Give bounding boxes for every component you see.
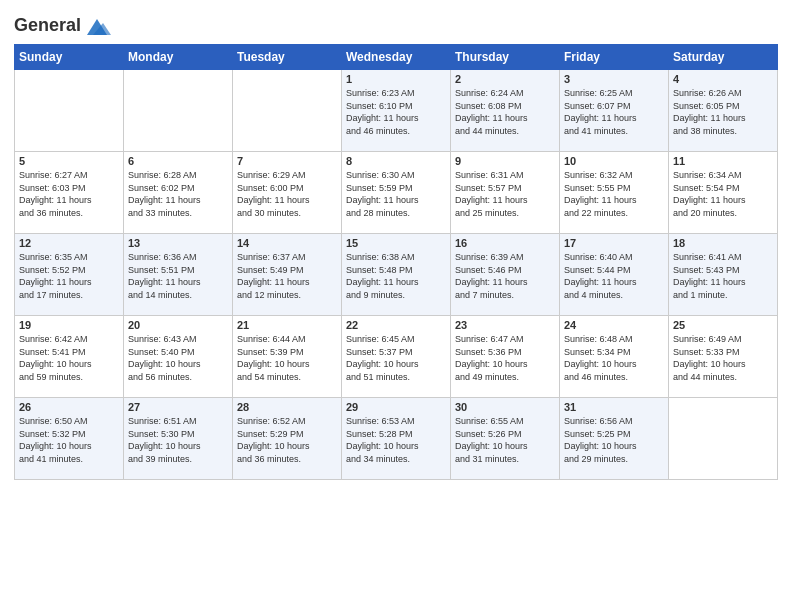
day-cell-8: 8Sunrise: 6:30 AMSunset: 5:59 PMDaylight… xyxy=(342,152,451,234)
day-number: 1 xyxy=(346,73,446,85)
day-info: Sunrise: 6:36 AMSunset: 5:51 PMDaylight:… xyxy=(128,251,228,301)
day-info: Sunrise: 6:31 AMSunset: 5:57 PMDaylight:… xyxy=(455,169,555,219)
day-cell-22: 22Sunrise: 6:45 AMSunset: 5:37 PMDayligh… xyxy=(342,316,451,398)
weekday-header-saturday: Saturday xyxy=(669,45,778,70)
calendar-table: SundayMondayTuesdayWednesdayThursdayFrid… xyxy=(14,44,778,480)
week-row-3: 12Sunrise: 6:35 AMSunset: 5:52 PMDayligh… xyxy=(15,234,778,316)
day-number: 11 xyxy=(673,155,773,167)
day-cell-29: 29Sunrise: 6:53 AMSunset: 5:28 PMDayligh… xyxy=(342,398,451,480)
day-info: Sunrise: 6:28 AMSunset: 6:02 PMDaylight:… xyxy=(128,169,228,219)
day-number: 26 xyxy=(19,401,119,413)
logo-text-line1: General xyxy=(14,16,81,36)
day-info: Sunrise: 6:51 AMSunset: 5:30 PMDaylight:… xyxy=(128,415,228,465)
day-number: 13 xyxy=(128,237,228,249)
day-info: Sunrise: 6:29 AMSunset: 6:00 PMDaylight:… xyxy=(237,169,337,219)
day-cell-30: 30Sunrise: 6:55 AMSunset: 5:26 PMDayligh… xyxy=(451,398,560,480)
day-cell-17: 17Sunrise: 6:40 AMSunset: 5:44 PMDayligh… xyxy=(560,234,669,316)
day-info: Sunrise: 6:25 AMSunset: 6:07 PMDaylight:… xyxy=(564,87,664,137)
day-cell-27: 27Sunrise: 6:51 AMSunset: 5:30 PMDayligh… xyxy=(124,398,233,480)
day-cell-26: 26Sunrise: 6:50 AMSunset: 5:32 PMDayligh… xyxy=(15,398,124,480)
day-cell-19: 19Sunrise: 6:42 AMSunset: 5:41 PMDayligh… xyxy=(15,316,124,398)
day-cell-16: 16Sunrise: 6:39 AMSunset: 5:46 PMDayligh… xyxy=(451,234,560,316)
day-cell-15: 15Sunrise: 6:38 AMSunset: 5:48 PMDayligh… xyxy=(342,234,451,316)
day-number: 30 xyxy=(455,401,555,413)
day-cell-3: 3Sunrise: 6:25 AMSunset: 6:07 PMDaylight… xyxy=(560,70,669,152)
weekday-header-row: SundayMondayTuesdayWednesdayThursdayFrid… xyxy=(15,45,778,70)
day-number: 25 xyxy=(673,319,773,331)
day-cell-6: 6Sunrise: 6:28 AMSunset: 6:02 PMDaylight… xyxy=(124,152,233,234)
day-number: 2 xyxy=(455,73,555,85)
day-number: 27 xyxy=(128,401,228,413)
day-info: Sunrise: 6:49 AMSunset: 5:33 PMDaylight:… xyxy=(673,333,773,383)
day-number: 5 xyxy=(19,155,119,167)
day-cell-23: 23Sunrise: 6:47 AMSunset: 5:36 PMDayligh… xyxy=(451,316,560,398)
day-info: Sunrise: 6:52 AMSunset: 5:29 PMDaylight:… xyxy=(237,415,337,465)
day-info: Sunrise: 6:32 AMSunset: 5:55 PMDaylight:… xyxy=(564,169,664,219)
day-number: 4 xyxy=(673,73,773,85)
empty-cell xyxy=(233,70,342,152)
day-number: 8 xyxy=(346,155,446,167)
day-info: Sunrise: 6:50 AMSunset: 5:32 PMDaylight:… xyxy=(19,415,119,465)
day-number: 24 xyxy=(564,319,664,331)
day-cell-18: 18Sunrise: 6:41 AMSunset: 5:43 PMDayligh… xyxy=(669,234,778,316)
weekday-header-wednesday: Wednesday xyxy=(342,45,451,70)
day-number: 6 xyxy=(128,155,228,167)
day-number: 23 xyxy=(455,319,555,331)
day-cell-28: 28Sunrise: 6:52 AMSunset: 5:29 PMDayligh… xyxy=(233,398,342,480)
day-number: 12 xyxy=(19,237,119,249)
day-info: Sunrise: 6:23 AMSunset: 6:10 PMDaylight:… xyxy=(346,87,446,137)
day-info: Sunrise: 6:45 AMSunset: 5:37 PMDaylight:… xyxy=(346,333,446,383)
day-number: 15 xyxy=(346,237,446,249)
day-info: Sunrise: 6:39 AMSunset: 5:46 PMDaylight:… xyxy=(455,251,555,301)
day-info: Sunrise: 6:44 AMSunset: 5:39 PMDaylight:… xyxy=(237,333,337,383)
day-info: Sunrise: 6:48 AMSunset: 5:34 PMDaylight:… xyxy=(564,333,664,383)
day-number: 14 xyxy=(237,237,337,249)
day-cell-20: 20Sunrise: 6:43 AMSunset: 5:40 PMDayligh… xyxy=(124,316,233,398)
day-cell-31: 31Sunrise: 6:56 AMSunset: 5:25 PMDayligh… xyxy=(560,398,669,480)
day-info: Sunrise: 6:40 AMSunset: 5:44 PMDaylight:… xyxy=(564,251,664,301)
header: General xyxy=(14,10,778,38)
day-info: Sunrise: 6:56 AMSunset: 5:25 PMDaylight:… xyxy=(564,415,664,465)
day-number: 20 xyxy=(128,319,228,331)
day-cell-13: 13Sunrise: 6:36 AMSunset: 5:51 PMDayligh… xyxy=(124,234,233,316)
day-info: Sunrise: 6:53 AMSunset: 5:28 PMDaylight:… xyxy=(346,415,446,465)
main-container: General SundayMondayTuesdayWednesdayThur… xyxy=(0,0,792,490)
day-number: 10 xyxy=(564,155,664,167)
logo-icon xyxy=(83,14,111,38)
week-row-1: 1Sunrise: 6:23 AMSunset: 6:10 PMDaylight… xyxy=(15,70,778,152)
day-info: Sunrise: 6:41 AMSunset: 5:43 PMDaylight:… xyxy=(673,251,773,301)
day-cell-12: 12Sunrise: 6:35 AMSunset: 5:52 PMDayligh… xyxy=(15,234,124,316)
week-row-5: 26Sunrise: 6:50 AMSunset: 5:32 PMDayligh… xyxy=(15,398,778,480)
day-cell-11: 11Sunrise: 6:34 AMSunset: 5:54 PMDayligh… xyxy=(669,152,778,234)
logo: General xyxy=(14,14,111,38)
day-cell-5: 5Sunrise: 6:27 AMSunset: 6:03 PMDaylight… xyxy=(15,152,124,234)
day-info: Sunrise: 6:27 AMSunset: 6:03 PMDaylight:… xyxy=(19,169,119,219)
day-number: 16 xyxy=(455,237,555,249)
day-cell-4: 4Sunrise: 6:26 AMSunset: 6:05 PMDaylight… xyxy=(669,70,778,152)
day-number: 21 xyxy=(237,319,337,331)
weekday-header-thursday: Thursday xyxy=(451,45,560,70)
day-info: Sunrise: 6:26 AMSunset: 6:05 PMDaylight:… xyxy=(673,87,773,137)
day-cell-2: 2Sunrise: 6:24 AMSunset: 6:08 PMDaylight… xyxy=(451,70,560,152)
day-info: Sunrise: 6:47 AMSunset: 5:36 PMDaylight:… xyxy=(455,333,555,383)
day-info: Sunrise: 6:34 AMSunset: 5:54 PMDaylight:… xyxy=(673,169,773,219)
empty-cell xyxy=(669,398,778,480)
day-number: 28 xyxy=(237,401,337,413)
day-info: Sunrise: 6:43 AMSunset: 5:40 PMDaylight:… xyxy=(128,333,228,383)
day-cell-9: 9Sunrise: 6:31 AMSunset: 5:57 PMDaylight… xyxy=(451,152,560,234)
weekday-header-friday: Friday xyxy=(560,45,669,70)
weekday-header-tuesday: Tuesday xyxy=(233,45,342,70)
day-number: 18 xyxy=(673,237,773,249)
day-number: 19 xyxy=(19,319,119,331)
day-number: 22 xyxy=(346,319,446,331)
weekday-header-sunday: Sunday xyxy=(15,45,124,70)
day-info: Sunrise: 6:42 AMSunset: 5:41 PMDaylight:… xyxy=(19,333,119,383)
day-number: 29 xyxy=(346,401,446,413)
day-cell-24: 24Sunrise: 6:48 AMSunset: 5:34 PMDayligh… xyxy=(560,316,669,398)
weekday-header-monday: Monday xyxy=(124,45,233,70)
day-cell-1: 1Sunrise: 6:23 AMSunset: 6:10 PMDaylight… xyxy=(342,70,451,152)
day-info: Sunrise: 6:38 AMSunset: 5:48 PMDaylight:… xyxy=(346,251,446,301)
day-info: Sunrise: 6:37 AMSunset: 5:49 PMDaylight:… xyxy=(237,251,337,301)
day-number: 7 xyxy=(237,155,337,167)
day-info: Sunrise: 6:24 AMSunset: 6:08 PMDaylight:… xyxy=(455,87,555,137)
